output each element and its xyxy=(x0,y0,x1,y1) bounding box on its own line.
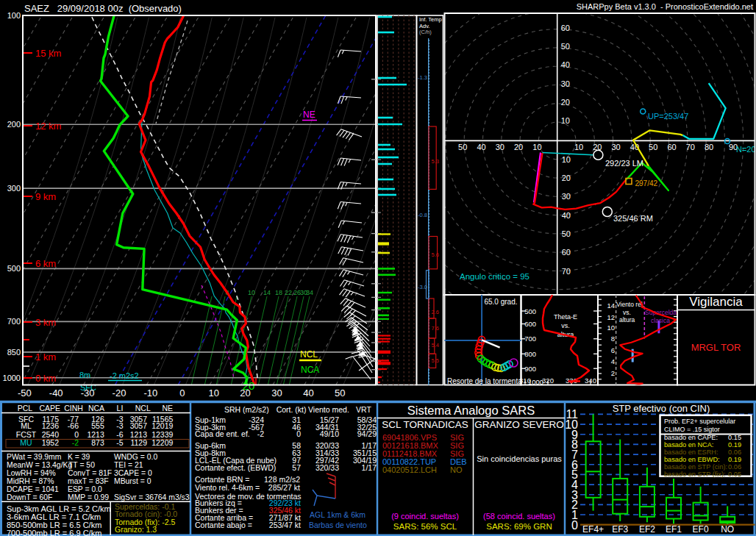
svg-text:0.06: 0.06 xyxy=(728,449,741,456)
svg-text:Vigilancia: Vigilancia xyxy=(689,295,743,309)
svg-text:40: 40 xyxy=(477,143,485,151)
svg-text:K = 39: K = 39 xyxy=(68,453,90,461)
svg-text:30: 30 xyxy=(561,79,570,88)
svg-text:800: 800 xyxy=(524,350,536,358)
svg-text:4: 4 xyxy=(611,357,615,365)
svg-text:94/29: 94/29 xyxy=(357,429,377,438)
svg-text:(58 coincid. sueltas): (58 coincid. sueltas) xyxy=(483,512,555,521)
svg-text:FCST: FCST xyxy=(16,430,37,439)
svg-text:basado en STP (fix):: basado en STP (fix): xyxy=(664,471,726,478)
svg-text:Cortante efect. (EBWD): Cortante efect. (EBWD) xyxy=(195,463,276,472)
svg-text:basado en CAPE:: basado en CAPE: xyxy=(664,434,718,441)
svg-text:14: 14 xyxy=(607,301,615,310)
svg-text:850: 850 xyxy=(7,348,21,357)
svg-text:NCA: NCA xyxy=(88,404,104,412)
svg-text:50: 50 xyxy=(458,143,467,151)
svg-text:maxT = 83F: maxT = 83F xyxy=(68,477,109,485)
svg-text:20: 20 xyxy=(562,174,571,182)
svg-text:-50: -50 xyxy=(18,387,32,399)
svg-text:NCL: NCL xyxy=(135,404,151,412)
svg-text:50: 50 xyxy=(649,143,657,151)
svg-text:20: 20 xyxy=(240,387,250,399)
svg-text:30: 30 xyxy=(611,143,620,151)
svg-text:292/23 LM: 292/23 LM xyxy=(605,159,643,168)
svg-text:0.15: 0.15 xyxy=(728,434,741,441)
svg-text:Angulo critico = 95: Angulo critico = 95 xyxy=(460,272,529,281)
svg-text:60: 60 xyxy=(562,248,571,257)
svg-text:DownT = 60F: DownT = 60F xyxy=(7,493,52,501)
svg-text:NO: NO xyxy=(450,465,463,474)
svg-text:10: 10 xyxy=(208,387,218,399)
svg-text:SARS: 56% SCL: SARS: 56% SCL xyxy=(393,522,457,531)
svg-text:PCL: PCL xyxy=(18,404,33,412)
svg-text:0: 0 xyxy=(74,430,79,439)
svg-text:300: 300 xyxy=(7,184,21,193)
svg-text:325/46 RM: 325/46 RM xyxy=(613,214,653,223)
svg-text:WNDG = 0.0: WNDG = 0.0 xyxy=(114,453,157,461)
svg-text:1213: 1213 xyxy=(130,430,148,439)
svg-text:SRH (m2/s2): SRH (m2/s2) xyxy=(224,405,269,414)
svg-text:500: 500 xyxy=(524,307,536,315)
svg-text:Prob. EF2+ supercelular: Prob. EF2+ supercelular xyxy=(664,418,735,425)
svg-text:NCA: NCA xyxy=(301,365,319,375)
svg-text:-30: -30 xyxy=(81,387,95,399)
svg-text:-2 m2s2: -2 m2s2 xyxy=(110,371,139,380)
svg-text:80: 80 xyxy=(705,143,713,151)
svg-text:5.4: 5.4 xyxy=(432,342,439,349)
svg-text:VRT: VRT xyxy=(356,405,371,414)
svg-text:Barbas de viento: Barbas de viento xyxy=(309,521,367,529)
svg-text:40: 40 xyxy=(303,387,313,399)
svg-text:MidRH = 87%: MidRH = 87% xyxy=(7,477,54,485)
svg-text:(9 coincid. sueltas): (9 coincid. sueltas) xyxy=(391,512,459,521)
svg-text:5.3: 5.3 xyxy=(432,158,439,165)
svg-text:-2: -2 xyxy=(257,429,264,438)
svg-text:EF4+: EF4+ xyxy=(582,524,604,535)
svg-text:3CAPE = 0: 3CAPE = 0 xyxy=(114,469,152,477)
svg-text:LI: LI xyxy=(117,404,124,412)
svg-text:285/27 kt: 285/27 kt xyxy=(268,483,300,492)
svg-text:3 km: 3 km xyxy=(35,317,56,328)
svg-text:1000: 1000 xyxy=(3,374,21,382)
svg-text:SigSvr = 36764 m3/s3: SigSvr = 36764 m3/s3 xyxy=(114,493,190,501)
svg-text:basado en EBWD:: basado en EBWD: xyxy=(664,456,720,463)
svg-text:10: 10 xyxy=(607,324,615,332)
svg-text:555: 555 xyxy=(91,421,104,430)
svg-text:ESP = 0.0: ESP = 0.0 xyxy=(68,485,102,493)
svg-text:Granizo: 1.3: Granizo: 1.3 xyxy=(115,525,157,534)
svg-text:0.19: 0.19 xyxy=(728,456,741,463)
svg-text:DCAPE = 1041: DCAPE = 1041 xyxy=(7,485,59,493)
svg-text:3057: 3057 xyxy=(130,421,148,430)
svg-text:30: 30 xyxy=(496,143,504,151)
svg-text:MeanW = 13.4g/Kg: MeanW = 13.4g/Kg xyxy=(7,461,72,469)
svg-text:15 km: 15 km xyxy=(35,48,61,59)
svg-text:-40: -40 xyxy=(49,387,63,399)
svg-text:40: 40 xyxy=(562,211,571,220)
svg-text:8m: 8m xyxy=(79,371,90,379)
svg-text:GRANIZO SEVERO: GRANIZO SEVERO xyxy=(474,419,564,430)
svg-text:11: 11 xyxy=(566,408,578,421)
svg-text:297/42: 297/42 xyxy=(635,179,658,187)
svg-text:57: 57 xyxy=(292,463,301,472)
svg-text:-1.3: -1.3 xyxy=(418,74,427,81)
svg-text:253/47 kt: 253/47 kt xyxy=(269,521,301,529)
svg-text:50: 50 xyxy=(561,42,570,51)
svg-text:NE: NE xyxy=(163,404,174,412)
svg-text:SHARPpy Beta v1.3.0 - Pronost: SHARPpy Beta v1.3.0 - PronosticoExtendid… xyxy=(577,2,753,11)
svg-text:SARS: 69% GRN: SARS: 69% GRN xyxy=(486,522,552,531)
svg-text:altura: altura xyxy=(619,316,635,324)
svg-text:AGL 1km & 6km: AGL 1km & 6km xyxy=(310,510,365,519)
svg-text:320/33: 320/33 xyxy=(315,463,339,472)
svg-text:basado en ESRH:: basado en ESRH: xyxy=(664,449,718,456)
svg-text:12 km: 12 km xyxy=(35,121,61,132)
svg-text:1236: 1236 xyxy=(42,421,60,430)
svg-text:8: 8 xyxy=(611,335,615,343)
svg-text:LowRH = 94%: LowRH = 94% xyxy=(7,469,56,477)
svg-text:MMP = 0.99: MMP = 0.99 xyxy=(68,493,109,501)
svg-text:49/10: 49/10 xyxy=(320,429,339,438)
svg-text:12339: 12339 xyxy=(151,430,173,439)
svg-text:200: 200 xyxy=(7,120,21,129)
svg-text:700: 700 xyxy=(524,335,536,343)
svg-text:SCL TORNADICAS: SCL TORNADICAS xyxy=(382,419,468,430)
svg-text:2540: 2540 xyxy=(42,430,60,439)
svg-text:65.0 grad.: 65.0 grad. xyxy=(484,298,517,306)
